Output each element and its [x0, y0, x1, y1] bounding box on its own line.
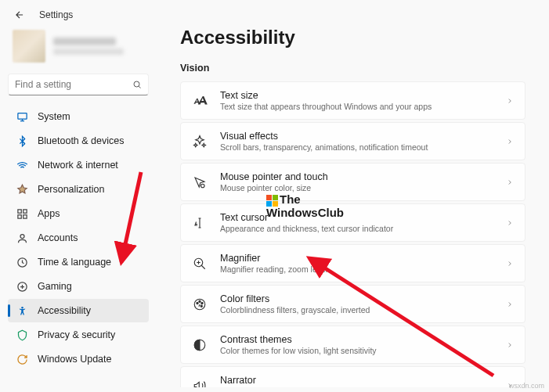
- sidebar-item-personalization[interactable]: Personalization: [8, 178, 149, 201]
- sidebar-item-network[interactable]: Network & internet: [8, 153, 149, 177]
- card-subtitle: Text size that appears throughout Window…: [220, 102, 493, 111]
- update-icon: [16, 353, 28, 365]
- bluetooth-icon: [16, 135, 28, 147]
- network-icon: [16, 159, 28, 171]
- search-input-container[interactable]: [8, 74, 149, 95]
- apps-icon: [16, 207, 28, 220]
- sidebar-item-accessibility[interactable]: Accessibility: [8, 299, 149, 322]
- sidebar-item-apps[interactable]: Apps: [8, 202, 149, 225]
- gaming-icon: [16, 280, 28, 293]
- svg-rect-1: [17, 113, 26, 119]
- svg-point-6: [20, 234, 24, 238]
- chevron-right-icon: [506, 138, 514, 146]
- page-title: Accessibility: [180, 27, 526, 49]
- back-button[interactable]: [14, 9, 25, 20]
- footer-credit: wsxdn.com: [509, 382, 544, 390]
- sidebar-item-label: Network & internet: [38, 160, 118, 171]
- chevron-right-icon: [506, 260, 514, 268]
- sidebar-item-time[interactable]: Time & language: [8, 250, 149, 274]
- card-mouse-pointer[interactable]: Mouse pointer and touchMouse pointer col…: [180, 163, 526, 201]
- sidebar-item-label: Windows Update: [38, 354, 112, 365]
- card-title: Magnifier: [220, 253, 493, 264]
- card-title: Color filters: [220, 293, 493, 304]
- personalization-icon: [16, 183, 28, 196]
- card-color-filters[interactable]: Color filtersColorblindness filters, gra…: [180, 285, 526, 323]
- sidebar-item-label: System: [38, 111, 70, 122]
- card-contrast-themes[interactable]: Contrast themesColor themes for low visi…: [180, 325, 526, 364]
- sidebar-item-label: Accounts: [38, 232, 78, 243]
- svg-point-0: [134, 81, 139, 87]
- card-title: Mouse pointer and touch: [220, 171, 493, 182]
- card-subtitle: Voice, verbosity, keyboard, braille: [220, 387, 493, 387]
- svg-rect-2: [17, 209, 20, 212]
- chevron-right-icon: [506, 97, 514, 105]
- card-magnifier[interactable]: MagnifierMagnifier reading, zoom level: [180, 244, 526, 282]
- sidebar-item-bluetooth[interactable]: Bluetooth & devices: [8, 129, 149, 153]
- card-subtitle: Mouse pointer color, size: [220, 183, 493, 192]
- card-visual-effects[interactable]: Visual effectsScroll bars, transparency,…: [180, 122, 526, 160]
- narrator-icon: [192, 379, 208, 388]
- accounts-icon: [16, 232, 28, 244]
- main-content: Accessibility Vision Text sizeText size …: [157, 27, 549, 387]
- sidebar-item-label: Bluetooth & devices: [38, 135, 125, 146]
- magnifier-icon: [192, 257, 208, 271]
- sidebar-item-system[interactable]: System: [8, 105, 149, 128]
- card-subtitle: Magnifier reading, zoom level: [220, 264, 493, 274]
- sidebar-item-label: Privacy & security: [38, 329, 115, 340]
- mouse-icon: [192, 175, 208, 189]
- card-narrator[interactable]: NarratorVoice, verbosity, keyboard, brai…: [180, 366, 526, 387]
- chevron-right-icon: [506, 178, 514, 186]
- app-title: Settings: [39, 9, 73, 20]
- sidebar-item-label: Gaming: [38, 281, 72, 292]
- avatar: [13, 30, 45, 63]
- card-title: Text size: [220, 90, 493, 101]
- accessibility-icon: [16, 304, 28, 317]
- privacy-icon: [16, 329, 28, 341]
- chevron-right-icon: [506, 300, 514, 308]
- section-title: Vision: [180, 63, 526, 74]
- sidebar: System Bluetooth & devices Network & int…: [0, 27, 157, 387]
- text-size-icon: [192, 94, 208, 108]
- sidebar-item-label: Apps: [38, 208, 60, 219]
- time-icon: [16, 256, 28, 268]
- visual-effects-icon: [192, 135, 208, 149]
- card-subtitle: Scroll bars, transparency, animations, n…: [220, 142, 493, 152]
- sidebar-item-label: Time & language: [38, 257, 111, 268]
- svg-point-10: [201, 184, 205, 188]
- card-title: Text cursor: [220, 212, 493, 223]
- card-subtitle: Colorblindness filters, grayscale, inver…: [220, 305, 493, 315]
- card-title: Contrast themes: [220, 334, 493, 345]
- chevron-right-icon: [506, 341, 514, 349]
- svg-rect-3: [23, 209, 26, 212]
- card-text-size[interactable]: Text sizeText size that appears througho…: [180, 81, 526, 120]
- svg-point-15: [201, 302, 203, 304]
- card-title: Narrator: [220, 375, 493, 386]
- sidebar-item-label: Personalization: [38, 184, 104, 195]
- sidebar-item-update[interactable]: Windows Update: [8, 347, 149, 371]
- svg-point-13: [197, 302, 198, 304]
- svg-point-9: [21, 306, 23, 308]
- card-title: Visual effects: [220, 131, 493, 142]
- svg-rect-5: [23, 214, 26, 218]
- color-filters-icon: [192, 297, 208, 311]
- text-cursor-icon: [192, 216, 208, 230]
- sidebar-item-label: Accessibility: [38, 305, 91, 316]
- svg-point-14: [199, 300, 200, 302]
- contrast-icon: [192, 338, 208, 352]
- svg-point-16: [200, 305, 202, 307]
- user-profile[interactable]: [8, 30, 149, 63]
- card-text-cursor[interactable]: Text cursorAppearance and thickness, tex…: [180, 203, 526, 242]
- chevron-right-icon: [506, 219, 514, 227]
- search-icon: [132, 80, 142, 89]
- sidebar-item-gaming[interactable]: Gaming: [8, 275, 149, 298]
- sidebar-item-privacy[interactable]: Privacy & security: [8, 323, 149, 347]
- sidebar-item-accounts[interactable]: Accounts: [8, 226, 149, 250]
- svg-rect-4: [17, 214, 20, 218]
- card-subtitle: Appearance and thickness, text cursor in…: [220, 224, 493, 233]
- search-input[interactable]: [15, 79, 132, 90]
- card-subtitle: Color themes for low vision, light sensi…: [220, 346, 493, 355]
- system-icon: [16, 110, 28, 123]
